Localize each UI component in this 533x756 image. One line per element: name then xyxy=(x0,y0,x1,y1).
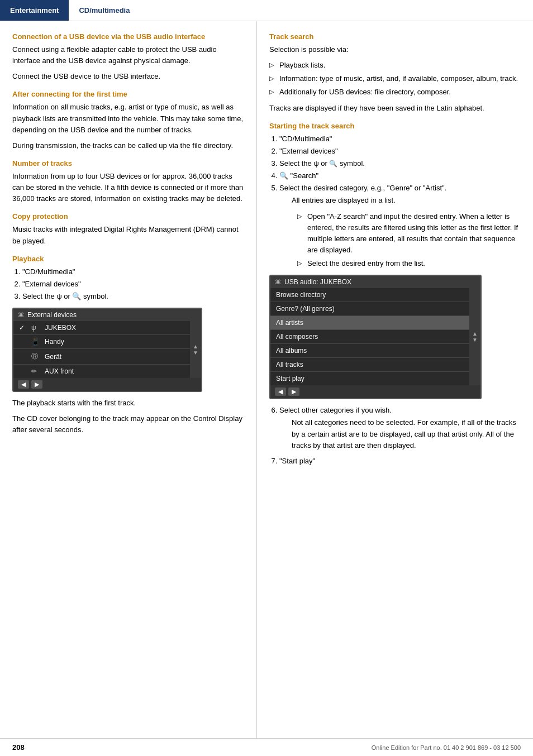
num-tracks-p1: Information from up to four USB devices … xyxy=(12,171,245,204)
screen1-icon: ⌘ xyxy=(18,312,24,319)
selection-bullets: Playback lists. Information: type of mus… xyxy=(269,60,521,98)
track-step-4: 🔍 "Search" xyxy=(279,170,521,181)
playback-steps-list: "CD/Multimedia" "External devices" Selec… xyxy=(22,266,245,302)
tab-cd-multimedia[interactable]: CD/multimedia xyxy=(69,0,140,21)
nav2-right[interactable]: ▶ xyxy=(288,387,299,396)
step6-sub: Not all categories need to be selected. … xyxy=(292,417,521,451)
playback-after-p2: The CD cover belonging to the track may … xyxy=(12,413,245,436)
page-wrapper: Entertainment CD/multimedia Connection o… xyxy=(0,0,533,756)
gerat-label: Gerät xyxy=(45,353,61,361)
page-number: 208 xyxy=(12,743,25,752)
screen1-row-handy: 📱 Handy xyxy=(13,335,190,349)
jukebox-label: JUKEBOX xyxy=(45,324,76,332)
screen1-row-gerat: Ⓡ Gerät xyxy=(13,349,190,365)
steps-6-7: Select other categories if you wish. Not… xyxy=(279,405,521,467)
step5-all-entries: All entries are displayed in a list. xyxy=(292,195,521,206)
jukebox-check: ✓ xyxy=(19,324,27,332)
screen1-title-bar: ⌘ External devices xyxy=(13,309,201,321)
track-search-steps: "CD/Multimedia" "External devices" Selec… xyxy=(279,133,521,270)
playback-step-2: "External devices" xyxy=(22,279,245,290)
screen2-row-albums: All albums xyxy=(270,344,469,358)
section-usb-connection-heading: Connection of a USB device via the USB a… xyxy=(12,32,245,41)
section-copy-protection-heading: Copy protection xyxy=(12,212,245,221)
left-column: Connection of a USB device via the USB a… xyxy=(0,21,257,738)
tab-entertainment[interactable]: Entertainment xyxy=(0,0,69,21)
screen2-row-composers: All composers xyxy=(270,330,469,344)
aux-label: AUX front xyxy=(45,367,74,375)
nav2-left[interactable]: ◀ xyxy=(275,387,286,396)
artists-label: All artists xyxy=(276,319,303,327)
jukebox-icon: ψ xyxy=(31,324,40,332)
section-first-time-heading: After connecting for the first time xyxy=(12,90,245,98)
playback-step-1: "CD/Multimedia" xyxy=(22,266,245,277)
scroll2-up-icon[interactable]: ▲ xyxy=(472,331,478,337)
screen1-scroll[interactable]: ▲ ▼ xyxy=(190,321,201,378)
composers-label: All composers xyxy=(276,333,318,341)
nav-right[interactable]: ▶ xyxy=(31,380,42,389)
step5-sub-bullets: Open "A-Z search" and input the desired … xyxy=(297,211,521,270)
track-step-5: Select the desired category, e.g., "Genr… xyxy=(279,183,521,269)
tracks-label: All tracks xyxy=(276,361,303,369)
screen2-row-browse: Browse directory xyxy=(270,288,469,302)
track-step-2: "External devices" xyxy=(279,146,521,157)
screen2-content-area: Browse directory Genre? (All genres) All… xyxy=(270,288,480,385)
genre-label: Genre? (All genres) xyxy=(276,305,335,313)
screen2-row-tracks: All tracks xyxy=(270,358,469,372)
screen2-rows: Browse directory Genre? (All genres) All… xyxy=(270,288,469,385)
screen2-row-startplay: Start play xyxy=(270,372,469,385)
bullet-information: Information: type of music, artist, and,… xyxy=(269,73,521,84)
track-step-7: "Start play" xyxy=(279,456,521,467)
screen2-row-genre: Genre? (All genres) xyxy=(270,302,469,316)
footer-text: Online Edition for Part no. 01 40 2 901 … xyxy=(372,744,521,751)
screen1-row-aux: ✏ AUX front xyxy=(13,365,190,378)
step5-sub-content: All entries are displayed in a list. Ope… xyxy=(292,195,521,269)
right-column: Track search Selection is possible via: … xyxy=(257,21,533,738)
track-step-6: Select other categories if you wish. Not… xyxy=(279,405,521,451)
handy-icon: 📱 xyxy=(31,338,40,346)
aux-icon: ✏ xyxy=(31,367,40,375)
scroll-down-icon[interactable]: ▼ xyxy=(193,350,198,356)
external-devices-screen: ⌘ External devices ✓ ψ JUKEBOX 📱 Han xyxy=(12,308,202,392)
nav-left[interactable]: ◀ xyxy=(18,380,29,389)
bullet-playback-lists: Playback lists. xyxy=(269,60,521,71)
screen2-icon: ⌘ xyxy=(275,279,281,286)
screen1-row-jukebox: ✓ ψ JUKEBOX xyxy=(13,321,190,335)
albums-label: All albums xyxy=(276,347,307,355)
first-time-p1: Information on all music tracks, e.g. ar… xyxy=(12,102,245,135)
screen2-title: USB audio: JUKEBOX xyxy=(284,278,351,286)
usb-connection-p2: Connect the USB device to the USB interf… xyxy=(12,71,245,82)
copy-protection-p1: Music tracks with integrated Digital Rig… xyxy=(12,224,245,246)
section-track-search-heading: Track search xyxy=(269,32,521,41)
usb-connection-p1: Connect using a flexible adapter cable t… xyxy=(12,44,245,66)
screen2-nav: ◀ ▶ xyxy=(270,385,480,398)
step6-sub-text: Not all categories need to be selected. … xyxy=(292,417,521,451)
screen1-rows: ✓ ψ JUKEBOX 📱 Handy Ⓡ Gerät xyxy=(13,321,190,378)
content-area: Connection of a USB device via the USB a… xyxy=(0,21,533,738)
startplay-label: Start play xyxy=(276,375,304,382)
section-starting-track-search: Starting the track search xyxy=(269,122,521,130)
screen1-content-area: ✓ ψ JUKEBOX 📱 Handy Ⓡ Gerät xyxy=(13,321,201,378)
browse-label: Browse directory xyxy=(276,291,326,299)
playback-step-3: Select the ψ or 🔍 symbol. xyxy=(22,291,245,302)
scroll2-down-icon[interactable]: ▼ xyxy=(472,337,478,343)
step5-bullet-az: Open "A-Z search" and input the desired … xyxy=(297,211,521,256)
playback-after-p1: The playback starts with the first track… xyxy=(12,398,245,409)
track-search-p2: Tracks are displayed if they have been s… xyxy=(269,103,521,114)
screen2-row-artists: All artists xyxy=(270,316,469,330)
first-time-p2: During transmission, the tracks can be c… xyxy=(12,140,245,151)
screen2-title-bar: ⌘ USB audio: JUKEBOX xyxy=(270,276,480,288)
footer: 208 Online Edition for Part no. 01 40 2 … xyxy=(0,738,533,756)
track-step-3: Select the ψ or 🔍 symbol. xyxy=(279,158,521,169)
bullet-usb-devices: Additionally for USB devices: file direc… xyxy=(269,87,521,98)
usb-audio-screen: ⌘ USB audio: JUKEBOX Browse directory Ge… xyxy=(269,275,482,399)
screen2-scroll[interactable]: ▲ ▼ xyxy=(469,288,480,385)
track-search-intro: Selection is possible via: xyxy=(269,44,521,55)
screen1-title: External devices xyxy=(27,311,77,319)
section-num-tracks-heading: Number of tracks xyxy=(12,159,245,168)
section-playback-heading: Playback xyxy=(12,255,245,263)
header: Entertainment CD/multimedia xyxy=(0,0,533,21)
handy-label: Handy xyxy=(45,338,64,346)
scroll-up-icon[interactable]: ▲ xyxy=(193,343,198,350)
screen1-nav: ◀ ▶ xyxy=(13,378,201,391)
step5-bullet-select: Select the desired entry from the list. xyxy=(297,258,521,269)
